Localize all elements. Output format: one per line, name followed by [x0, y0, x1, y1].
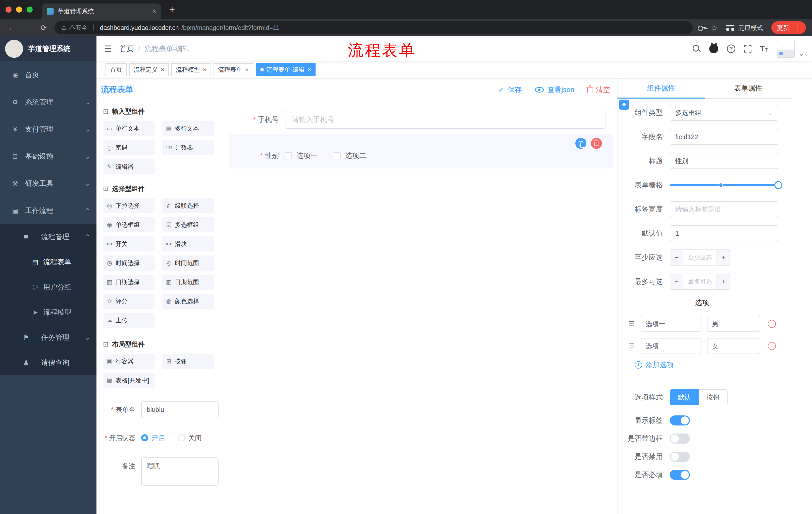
- increase-button[interactable]: +: [717, 250, 730, 265]
- form-canvas[interactable]: 手机号 请输入手机号: [223, 101, 617, 514]
- sidebar-item-leave-query[interactable]: ♟ 请假查询: [0, 350, 96, 375]
- sidebar-item-process-mgmt[interactable]: ≣ 流程管理 ⌃: [0, 224, 96, 249]
- remove-option-button[interactable]: −: [768, 320, 776, 328]
- back-button[interactable]: ←: [6, 23, 17, 32]
- option-1-value-input[interactable]: 男: [707, 316, 760, 332]
- github-icon[interactable]: [709, 44, 718, 53]
- palette-item-color-picker[interactable]: ◍ 颜色选择: [162, 294, 214, 309]
- style-default-button[interactable]: 默认: [670, 389, 699, 405]
- sidebar-item-devtools[interactable]: ⚒ 研发工具 ⌄: [0, 170, 96, 197]
- palette-item-cascade[interactable]: ⋔ 级联选择: [162, 198, 214, 213]
- avatar-caret-icon[interactable]: ⌄: [799, 50, 804, 57]
- grid-slider[interactable]: [670, 177, 778, 193]
- component-type-select[interactable]: 多选框组 ⌄: [670, 105, 778, 121]
- palette-item-date-range[interactable]: ▥ 日期范围: [162, 275, 214, 290]
- copy-field-button[interactable]: [575, 138, 586, 149]
- font-size-icon[interactable]: [760, 45, 768, 53]
- security-warning-icon[interactable]: ⚠: [61, 24, 67, 31]
- fullscreen-icon[interactable]: [744, 45, 751, 53]
- palette-item-single-text[interactable]: ▭ 单行文本: [103, 121, 155, 136]
- avatar[interactable]: [777, 40, 795, 58]
- new-tab-button[interactable]: +: [169, 4, 175, 15]
- label-width-input[interactable]: 请输入标签宽度: [670, 201, 778, 217]
- browser-menu-icon[interactable]: ⋮: [794, 24, 801, 32]
- add-option-button[interactable]: + 添加选项: [617, 360, 812, 370]
- palette-item-table[interactable]: ▩ 表格[开发中]: [103, 373, 155, 388]
- disabled-toggle[interactable]: [670, 452, 690, 462]
- slider-track[interactable]: [670, 184, 778, 186]
- checkbox-box[interactable]: [285, 152, 292, 159]
- palette-item-radio-group[interactable]: ◉ 单选框组: [103, 217, 155, 232]
- tag-close-icon[interactable]: ×: [203, 66, 206, 73]
- browser-tab[interactable]: 芋道管理系统 ×: [42, 3, 161, 19]
- help-icon[interactable]: [727, 45, 735, 53]
- link-badge-icon[interactable]: ⚭: [619, 100, 629, 110]
- drag-handle-icon[interactable]: ☰: [629, 320, 637, 328]
- max-select-value[interactable]: 最多可选: [684, 274, 717, 289]
- gender-option-2[interactable]: 选项二: [334, 151, 366, 160]
- palette-item-multi-text[interactable]: ▤ 多行文本: [162, 121, 214, 136]
- tag-process-model[interactable]: 流程模型 ×: [171, 63, 211, 76]
- tab-component-props[interactable]: 组件属性: [617, 78, 705, 98]
- sidebar-item-task-mgmt[interactable]: ⚑ 任务管理 ⌄: [0, 325, 96, 350]
- forward-button[interactable]: →: [22, 23, 33, 32]
- tab-form-props[interactable]: 表单属性: [705, 78, 792, 98]
- tag-home[interactable]: 首页: [106, 63, 127, 76]
- clear-button[interactable]: 清空: [587, 85, 610, 94]
- window-zoom-button[interactable]: [27, 6, 33, 12]
- palette-item-checkbox-group[interactable]: ☑ 多选框组: [162, 217, 214, 232]
- palette-item-password[interactable]: ⍜ 密码: [103, 140, 155, 155]
- delete-field-button[interactable]: [591, 138, 602, 149]
- view-json-button[interactable]: 查看json: [535, 85, 574, 94]
- form-remark-textarea[interactable]: 嘿嘿: [141, 457, 219, 486]
- option-2-value-input[interactable]: 女: [707, 338, 760, 354]
- sidebar-item-home[interactable]: ◉ 首页: [0, 61, 96, 88]
- tag-close-icon[interactable]: ×: [308, 66, 311, 73]
- radio-closed[interactable]: 关闭: [178, 434, 202, 442]
- save-button[interactable]: ✓ 保存: [498, 85, 522, 94]
- security-label[interactable]: 不安全: [69, 24, 87, 32]
- sidebar-toggle-icon[interactable]: ☰: [104, 44, 112, 54]
- decrease-button[interactable]: −: [670, 274, 684, 289]
- checkbox-box[interactable]: [334, 152, 341, 159]
- palette-item-rating[interactable]: ☆ 评分: [103, 294, 155, 309]
- field-name-input[interactable]: field122: [670, 129, 778, 145]
- breadcrumb-home[interactable]: 首页: [120, 44, 134, 54]
- option-2-label-input[interactable]: 选项二: [641, 338, 701, 354]
- palette-item-time-range[interactable]: ◴ 时间范围: [162, 255, 214, 271]
- tag-process-form[interactable]: 流程表单 ×: [213, 63, 253, 76]
- palette-item-switch[interactable]: ⊶ 开关: [103, 236, 155, 251]
- canvas-field-gender-selected[interactable]: 性别 选项一 选项二: [229, 134, 613, 168]
- tag-process-definition[interactable]: 流程定义 ×: [129, 63, 169, 76]
- tab-close-icon[interactable]: ×: [152, 7, 156, 15]
- slider-handle[interactable]: [774, 181, 782, 189]
- sidebar-item-infra[interactable]: ⊡ 基础设施 ⌄: [0, 143, 96, 170]
- tag-process-form-edit[interactable]: 流程表单-编辑 ×: [256, 63, 316, 76]
- tag-close-icon[interactable]: ×: [161, 66, 164, 73]
- password-key-icon[interactable]: [698, 25, 706, 31]
- drag-handle-icon[interactable]: ☰: [629, 342, 637, 350]
- address-bar[interactable]: ⚠ 不安全 dashboard.yudao.iocoder.cn /bpm/ma…: [54, 21, 693, 34]
- sidebar-item-system[interactable]: ⚙ 系统管理 ⌄: [0, 88, 96, 116]
- update-button[interactable]: 更新 ⋮: [771, 21, 806, 34]
- reload-button[interactable]: ⟳: [38, 23, 49, 32]
- bookmark-star-icon[interactable]: ☆: [711, 23, 718, 32]
- sidebar-item-user-group[interactable]: ⚇ 用户分组: [0, 275, 96, 300]
- palette-item-button[interactable]: ⊞ 按钮: [162, 354, 214, 369]
- increase-button[interactable]: +: [717, 274, 730, 289]
- window-minimize-button[interactable]: [16, 6, 22, 12]
- phone-input[interactable]: 请输入手机号: [285, 111, 606, 129]
- palette-item-slider[interactable]: ⊷ 滑块: [162, 236, 214, 251]
- tag-close-icon[interactable]: ×: [245, 66, 249, 73]
- canvas-field-phone[interactable]: 手机号 请输入手机号: [229, 111, 613, 129]
- palette-item-counter[interactable]: 123 计数器: [162, 140, 214, 155]
- sidebar-item-payment[interactable]: ¥ 支付管理 ⌄: [0, 116, 96, 143]
- radio-open[interactable]: 开启: [141, 434, 165, 442]
- palette-item-time-picker[interactable]: ◷ 时间选择: [103, 255, 155, 271]
- remove-option-button[interactable]: −: [768, 342, 776, 350]
- gender-option-1[interactable]: 选项一: [285, 151, 318, 160]
- sidebar-item-process-form[interactable]: ▤ 流程表单: [0, 249, 96, 275]
- style-button-button[interactable]: 按钮: [699, 389, 728, 405]
- window-close-button[interactable]: [5, 6, 11, 12]
- palette-item-dropdown[interactable]: ◎ 下拉选择: [103, 198, 155, 213]
